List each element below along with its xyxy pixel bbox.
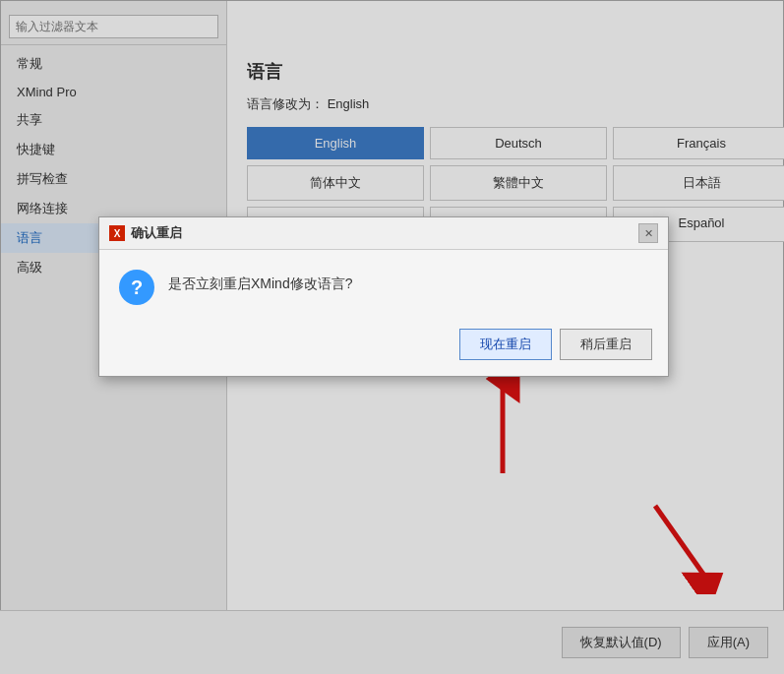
modal-footer: 现在重启 稍后重启 xyxy=(99,321,668,376)
restart-later-button[interactable]: 稍后重启 xyxy=(560,329,652,360)
modal-title-icon: X xyxy=(109,225,125,241)
restart-now-button[interactable]: 现在重启 xyxy=(459,329,552,360)
modal-body: ? 是否立刻重启XMind修改语言? xyxy=(99,250,668,321)
modal-titlebar: X 确认重启 ✕ xyxy=(99,217,668,250)
modal-title-text: 确认重启 xyxy=(131,224,182,242)
modal-question-icon: ? xyxy=(119,270,154,305)
modal-title-left: X 确认重启 xyxy=(109,224,182,242)
modal-close-button[interactable]: ✕ xyxy=(638,223,658,243)
modal-message: 是否立刻重启XMind修改语言? xyxy=(168,270,352,293)
modal-dialog: X 确认重启 ✕ ? 是否立刻重启XMind修改语言? 现在重启 稍后重启 xyxy=(98,216,669,377)
